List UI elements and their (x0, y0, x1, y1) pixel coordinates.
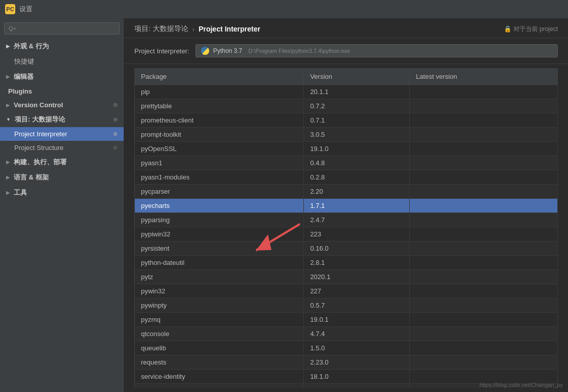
table-row[interactable]: queuelib1.5.0 (135, 341, 558, 355)
sidebar-item-build[interactable]: ▶ 构建、执行、部署 (0, 155, 124, 170)
cell-version: 18.1.0 (304, 370, 410, 384)
breadcrumb-link[interactable]: 🔒 对于当前 project (504, 25, 558, 34)
table-row[interactable]: prettytable0.7.2 (135, 99, 558, 113)
table-row[interactable]: pypiwin32223 (135, 227, 558, 242)
cell-version: 1.7.1 (304, 199, 410, 213)
copy-icon-interpreter: ⊕ (113, 131, 118, 137)
triangle-icon: ▶ (6, 190, 10, 195)
cell-latest (410, 185, 558, 199)
cell-version: 2.20 (304, 185, 410, 199)
breadcrumb-arrow: › (192, 25, 194, 33)
cell-package: queuelib (135, 341, 304, 355)
sidebar-item-project-structure[interactable]: Project Structure ⊕ (0, 141, 124, 155)
cell-latest (410, 199, 558, 213)
table-row[interactable]: pywinpty0.5.7 (135, 298, 558, 313)
cell-latest (410, 85, 558, 99)
cell-latest (410, 128, 558, 142)
cell-version: 1.5.0 (304, 341, 410, 355)
cell-latest (410, 313, 558, 327)
triangle-icon: ▶ (6, 103, 10, 108)
table-row[interactable]: pyparsing2.4.7 (135, 213, 558, 227)
cell-package: pycparser (135, 185, 304, 199)
cell-package: service-identity (135, 370, 304, 384)
cell-latest (410, 156, 558, 170)
table-row[interactable]: pip20.1.1 (135, 85, 558, 99)
app-icon: PC (5, 4, 15, 14)
interpreter-selector[interactable]: Python 3.7 D:\Program Files\python3.7.4\… (195, 44, 558, 57)
cell-version: 0.7.1 (304, 113, 410, 128)
table-row[interactable]: qtconsole4.7.4 (135, 327, 558, 341)
cell-version: 4.7.4 (304, 327, 410, 341)
sidebar-item-tools[interactable]: ▶ 工具 (0, 185, 124, 200)
cell-package: pyparsing (135, 213, 304, 227)
sidebar-item-version-control[interactable]: ▶ Version Control ⊕ (0, 98, 124, 112)
sidebar-item-project-interpreter[interactable]: Project Interpreter ⊕ (0, 127, 124, 141)
interpreter-label: Project Interpreter: (134, 47, 189, 55)
cell-package: prompt-toolkit (135, 128, 304, 142)
table-row[interactable]: pyOpenSSL19.1.0 (135, 142, 558, 156)
breadcrumb: 项目: 大数据导论 › Project Interpreter 🔒 对于当前 p… (124, 18, 568, 38)
cell-package: prometheus-client (135, 113, 304, 128)
package-table: Package Version Latest version pip20.1.1… (134, 68, 558, 388)
cell-package: pyrsistent (135, 242, 304, 256)
cell-latest (410, 99, 558, 113)
search-box[interactable]: Q+ (4, 22, 120, 35)
cell-latest (410, 213, 558, 227)
cell-version: 40.8.0 (304, 384, 410, 388)
lock-icon: 🔒 (504, 25, 512, 33)
cell-version: 0.7.2 (304, 99, 410, 113)
breadcrumb-project: 项目: 大数据导论 (134, 24, 188, 34)
table-row[interactable]: prompt-toolkit3.0.5 (135, 128, 558, 142)
cell-package: python-dateutil (135, 256, 304, 270)
package-tbody: pip20.1.1prettytable0.7.2prometheus-clie… (135, 85, 558, 388)
cell-latest (410, 355, 558, 370)
cell-version: 2.4.7 (304, 213, 410, 227)
cell-latest (410, 256, 558, 270)
cell-latest (410, 242, 558, 256)
cell-latest (410, 270, 558, 284)
interpreter-row: Project Interpreter: Python 3.7 D:\Progr… (124, 38, 568, 64)
table-row[interactable]: python-dateutil2.8.1 (135, 256, 558, 270)
sidebar-item-plugins[interactable]: Plugins (0, 84, 124, 98)
sidebar-item-appearance[interactable]: ▶ 外观 & 行为 (0, 39, 124, 54)
cell-package: pypiwin32 (135, 227, 304, 242)
table-row[interactable]: pyasn10.4.8 (135, 156, 558, 170)
table-row[interactable]: pyzmq19.0.1 (135, 313, 558, 327)
cell-version: 2020.1 (304, 270, 410, 284)
sidebar-item-keymap[interactable]: 快捷键 (0, 54, 124, 69)
sidebar-item-lang[interactable]: ▶ 语言 & 框架 (0, 170, 124, 185)
sidebar-item-project[interactable]: ▼ 项目: 大数据导论 ⊕ (0, 112, 124, 127)
table-header-row: Package Version Latest version (135, 69, 558, 85)
title-bar-text: 设置 (19, 5, 33, 14)
cell-latest (410, 227, 558, 242)
cell-package: pyecharts (135, 199, 304, 213)
cell-version: 3.0.5 (304, 128, 410, 142)
cell-version: 0.16.0 (304, 242, 410, 256)
cell-version: 2.8.1 (304, 256, 410, 270)
table-row[interactable]: pytz2020.1 (135, 270, 558, 284)
cell-latest (410, 341, 558, 355)
interpreter-path: D:\Program Files\python3.7.4\python.exe (248, 48, 350, 54)
cell-latest (410, 327, 558, 341)
cell-package: pywinpty (135, 298, 304, 313)
table-row[interactable]: pywin32227 (135, 284, 558, 298)
cell-package: pyasn1-modules (135, 170, 304, 185)
cell-version: 0.2.8 (304, 170, 410, 185)
table-row[interactable]: pyecharts1.7.1 (135, 199, 558, 213)
table-row[interactable]: pyasn1-modules0.2.8 (135, 170, 558, 185)
sidebar-item-editor[interactable]: ▶ 编辑器 (0, 69, 124, 84)
triangle-icon: ▶ (6, 74, 10, 79)
col-package: Package (135, 69, 304, 85)
cell-version: 19.1.0 (304, 142, 410, 156)
table-row[interactable]: prometheus-client0.7.1 (135, 113, 558, 128)
search-input[interactable] (19, 25, 115, 32)
triangle-icon: ▶ (6, 44, 10, 49)
cell-latest (410, 298, 558, 313)
content-area: 项目: 大数据导论 › Project Interpreter 🔒 对于当前 p… (124, 18, 568, 392)
cell-latest (410, 142, 558, 156)
table-row[interactable]: pycparser2.20 (135, 185, 558, 199)
interpreter-name: Python 3.7 (213, 47, 242, 54)
table-row[interactable]: requests2.23.0 (135, 355, 558, 370)
cell-package: pywin32 (135, 284, 304, 298)
table-row[interactable]: pyrsistent0.16.0 (135, 242, 558, 256)
